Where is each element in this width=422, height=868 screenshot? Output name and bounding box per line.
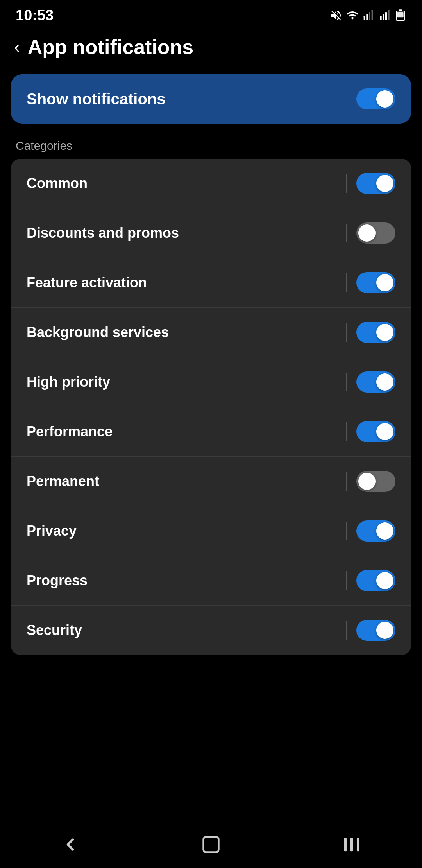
toggle-permanent[interactable] [356, 471, 395, 492]
divider-permanent [346, 472, 347, 491]
back-button[interactable]: ‹ [14, 38, 20, 56]
svg-rect-1 [366, 14, 368, 20]
svg-rect-2 [369, 12, 370, 20]
divider-discounts [346, 224, 347, 242]
category-row-performance: Performance [11, 407, 411, 457]
signal-icon [363, 9, 375, 22]
divider-security [346, 621, 347, 640]
header: ‹ App notifications [0, 27, 422, 70]
show-notifications-label: Show notifications [27, 90, 166, 108]
toggle-knob [376, 90, 393, 108]
toggle-performance[interactable] [356, 421, 395, 442]
divider-progress [346, 571, 347, 590]
svg-rect-7 [388, 10, 390, 20]
row-right-privacy [346, 520, 395, 542]
category-row-permanent: Permanent [11, 457, 411, 506]
svg-rect-5 [383, 14, 384, 20]
signal2-icon [379, 9, 392, 22]
svg-rect-11 [204, 837, 219, 852]
category-name-high-priority: High priority [27, 374, 110, 390]
toggle-high-priority[interactable] [356, 371, 395, 393]
svg-rect-9 [397, 12, 404, 17]
category-name-permanent: Permanent [27, 473, 99, 490]
category-row-progress: Progress [11, 556, 411, 606]
toggle-progress[interactable] [356, 570, 395, 591]
category-name-progress: Progress [27, 572, 88, 589]
category-name-performance: Performance [27, 423, 113, 440]
row-right-performance [346, 421, 395, 442]
category-row-high-priority: High priority [11, 357, 411, 407]
mute-icon [330, 9, 342, 22]
show-notifications-toggle[interactable] [356, 88, 395, 109]
svg-rect-12 [344, 838, 347, 852]
row-right-high-priority [346, 371, 395, 393]
svg-rect-13 [350, 838, 353, 852]
categories-section-label: Categories [0, 135, 422, 159]
category-name-feature: Feature activation [27, 274, 147, 291]
toggle-discounts[interactable] [356, 222, 395, 244]
status-bar: 10:53 [0, 0, 422, 27]
row-right-security [346, 620, 395, 641]
divider-privacy [346, 522, 347, 540]
category-row-security: Security [11, 606, 411, 655]
category-row-discounts: Discounts and promos [11, 208, 411, 258]
show-notifications-card: Show notifications [11, 74, 411, 124]
toggle-privacy[interactable] [356, 520, 395, 542]
svg-rect-14 [357, 838, 359, 852]
svg-rect-6 [385, 12, 387, 20]
row-right-background [346, 322, 395, 343]
svg-rect-0 [364, 16, 365, 20]
category-name-background: Background services [27, 324, 169, 341]
category-row-common: Common [11, 159, 411, 208]
nav-home-button[interactable] [195, 829, 227, 860]
divider-feature [346, 273, 347, 292]
category-row-feature: Feature activation [11, 258, 411, 308]
toggle-security[interactable] [356, 620, 395, 641]
row-right-permanent [346, 471, 395, 492]
divider-high-priority [346, 373, 347, 391]
toggle-feature[interactable] [356, 272, 395, 293]
status-time: 10:53 [16, 7, 54, 24]
nav-back-button[interactable] [55, 829, 86, 860]
svg-rect-3 [372, 10, 373, 20]
bottom-nav [0, 825, 422, 868]
row-right-feature [346, 272, 395, 293]
wifi-icon [346, 9, 359, 22]
category-name-security: Security [27, 622, 82, 638]
row-right-progress [346, 570, 395, 591]
toggle-background[interactable] [356, 322, 395, 343]
toggle-common[interactable] [356, 173, 395, 194]
category-name-privacy: Privacy [27, 523, 77, 539]
page-title: App notifications [28, 35, 194, 59]
category-name-discounts: Discounts and promos [27, 225, 179, 241]
divider-background [346, 323, 347, 342]
status-icons [330, 9, 406, 22]
svg-rect-4 [380, 16, 382, 20]
svg-rect-10 [399, 9, 402, 11]
row-right-common [346, 173, 395, 194]
categories-card: Common Discounts and promos Feature acti… [11, 159, 411, 655]
category-name-common: Common [27, 175, 88, 192]
row-right-discounts [346, 222, 395, 244]
category-row-background: Background services [11, 308, 411, 357]
divider-common [346, 174, 347, 193]
nav-recents-button[interactable] [336, 829, 367, 860]
divider-performance [346, 422, 347, 441]
category-row-privacy: Privacy [11, 506, 411, 556]
battery-icon [395, 9, 406, 22]
